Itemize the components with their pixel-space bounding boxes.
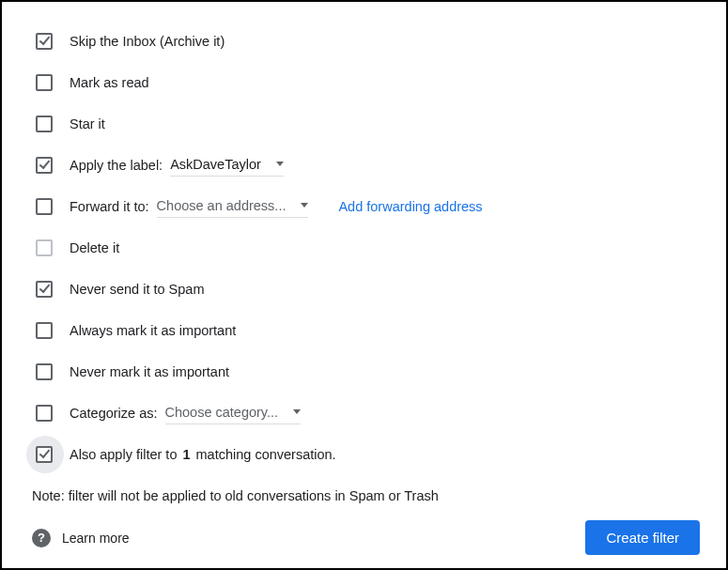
option-star: Star it	[28, 103, 700, 145]
apply-label-select[interactable]: AskDaveTaylor	[170, 155, 284, 177]
star-checkbox[interactable]	[36, 116, 53, 132]
checkbox-wrap	[28, 363, 70, 380]
never-important-checkbox[interactable]	[36, 363, 53, 380]
also-apply-label: Also apply filter to 1 matching conversa…	[70, 447, 336, 462]
checkbox-wrap	[28, 405, 70, 422]
also-apply-checkbox[interactable]	[36, 446, 53, 463]
add-forwarding-link[interactable]: Add forwarding address	[338, 199, 482, 214]
option-never-spam: Never send it to Spam	[28, 269, 700, 310]
forward-select[interactable]: Choose an address...	[157, 196, 309, 218]
never-spam-label: Never send it to Spam	[70, 282, 204, 297]
option-always-important: Always mark it as important	[28, 310, 700, 351]
option-never-important: Never mark it as important	[28, 351, 700, 393]
forward-value: Choose an address...	[157, 198, 287, 213]
checkbox-wrap	[28, 157, 70, 174]
checkbox-wrap	[28, 322, 70, 339]
categorize-value: Choose category...	[165, 405, 279, 420]
never-spam-checkbox[interactable]	[36, 281, 53, 298]
checkbox-wrap	[28, 116, 70, 132]
apply-label-value: AskDaveTaylor	[170, 157, 261, 172]
apply-label-text: Apply the label: AskDaveTaylor	[70, 155, 284, 177]
checkbox-wrap	[28, 198, 70, 215]
forward-checkbox[interactable]	[36, 198, 53, 215]
checkbox-wrap	[28, 281, 70, 298]
never-important-label: Never mark it as important	[70, 364, 229, 379]
delete-checkbox[interactable]	[36, 239, 53, 256]
option-categorize: Categorize as: Choose category...	[28, 393, 700, 434]
forward-label: Forward it to:	[70, 199, 149, 214]
option-apply-label: Apply the label: AskDaveTaylor	[28, 145, 700, 186]
checkbox-wrap	[28, 446, 70, 463]
learn-more-link[interactable]: Learn more	[62, 531, 130, 546]
apply-label-checkbox[interactable]	[36, 157, 53, 174]
option-mark-read: Mark as read	[28, 62, 700, 103]
checkbox-wrap	[28, 74, 70, 91]
skip-inbox-checkbox[interactable]	[36, 33, 53, 50]
checkbox-wrap	[28, 239, 70, 256]
skip-inbox-label: Skip the Inbox (Archive it)	[70, 34, 225, 49]
always-important-checkbox[interactable]	[36, 322, 53, 339]
delete-label: Delete it	[70, 240, 119, 255]
also-apply-suffix: matching conversation.	[196, 447, 336, 462]
also-apply-count: 1	[182, 447, 190, 462]
create-filter-button[interactable]: Create filter	[585, 520, 700, 555]
filter-actions-panel: Skip the Inbox (Archive it) Mark as read…	[0, 0, 728, 570]
chevron-down-icon	[301, 203, 308, 208]
option-forward: Forward it to: Choose an address... Add …	[28, 186, 700, 227]
option-delete: Delete it	[28, 227, 700, 269]
learn-more-group: ? Learn more	[32, 529, 130, 547]
categorize-label: Categorize as:	[70, 406, 158, 421]
star-label: Star it	[70, 116, 105, 131]
option-skip-inbox: Skip the Inbox (Archive it)	[28, 21, 700, 62]
chevron-down-icon	[293, 409, 301, 414]
filter-note: Note: filter will not be applied to old …	[28, 488, 700, 503]
checkbox-wrap	[28, 33, 70, 50]
categorize-checkbox[interactable]	[36, 405, 53, 422]
forward-text: Forward it to: Choose an address...	[70, 196, 308, 218]
categorize-select[interactable]: Choose category...	[165, 403, 302, 424]
mark-read-checkbox[interactable]	[36, 74, 53, 91]
chevron-down-icon	[276, 162, 284, 166]
categorize-text: Categorize as: Choose category...	[70, 403, 301, 424]
mark-read-label: Mark as read	[70, 75, 149, 90]
always-important-label: Always mark it as important	[70, 323, 236, 338]
help-icon[interactable]: ?	[32, 529, 51, 547]
footer-row: ? Learn more Create filter	[28, 520, 700, 555]
option-also-apply: Also apply filter to 1 matching conversa…	[28, 434, 700, 475]
also-apply-prefix: Also apply filter to	[70, 447, 177, 462]
apply-label-label: Apply the label:	[70, 158, 163, 173]
